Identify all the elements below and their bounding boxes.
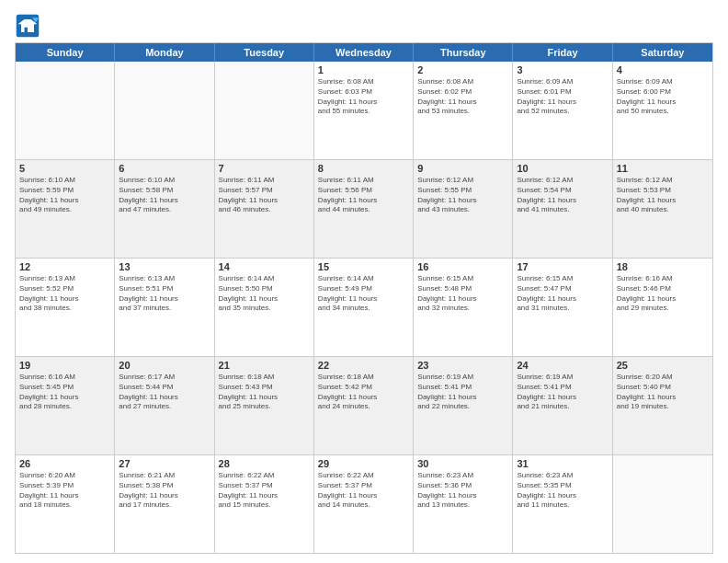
day-number: 9: [417, 163, 508, 174]
day-cell: 19Sunrise: 6:16 AM Sunset: 5:45 PM Dayli…: [16, 357, 115, 454]
day-number: 25: [617, 360, 709, 371]
calendar: SundayMondayTuesdayWednesdayThursdayFrid…: [15, 42, 713, 554]
day-info: Sunrise: 6:12 AM Sunset: 5:54 PM Dayligh…: [517, 176, 608, 215]
day-cell: 4Sunrise: 6:09 AM Sunset: 6:00 PM Daylig…: [613, 62, 712, 159]
page: SundayMondayTuesdayWednesdayThursdayFrid…: [0, 0, 728, 563]
day-info: Sunrise: 6:20 AM Sunset: 5:39 PM Dayligh…: [19, 471, 110, 511]
day-number: 23: [417, 360, 508, 371]
day-cell: 14Sunrise: 6:14 AM Sunset: 5:50 PM Dayli…: [215, 259, 314, 356]
day-cell: 28Sunrise: 6:22 AM Sunset: 5:37 PM Dayli…: [215, 455, 314, 553]
day-number: 14: [219, 261, 310, 272]
col-header-thursday: Thursday: [414, 43, 513, 62]
day-cell: [215, 62, 314, 159]
day-info: Sunrise: 6:13 AM Sunset: 5:52 PM Dayligh…: [19, 274, 110, 314]
day-info: Sunrise: 6:11 AM Sunset: 5:56 PM Dayligh…: [318, 176, 409, 215]
week-row-1: 1Sunrise: 6:08 AM Sunset: 6:03 PM Daylig…: [16, 62, 712, 160]
day-number: 4: [617, 64, 709, 75]
day-info: Sunrise: 6:12 AM Sunset: 5:53 PM Dayligh…: [617, 176, 709, 215]
day-number: 3: [517, 64, 608, 75]
day-cell: 11Sunrise: 6:12 AM Sunset: 5:53 PM Dayli…: [613, 160, 712, 258]
day-info: Sunrise: 6:12 AM Sunset: 5:55 PM Dayligh…: [417, 176, 508, 215]
day-number: 16: [417, 261, 508, 272]
day-cell: 12Sunrise: 6:13 AM Sunset: 5:52 PM Dayli…: [16, 259, 115, 356]
day-cell: 3Sunrise: 6:09 AM Sunset: 6:01 PM Daylig…: [513, 62, 612, 159]
day-info: Sunrise: 6:17 AM Sunset: 5:44 PM Dayligh…: [119, 373, 210, 412]
day-info: Sunrise: 6:19 AM Sunset: 5:41 PM Dayligh…: [417, 373, 508, 412]
day-cell: [16, 62, 115, 159]
day-number: 31: [517, 458, 608, 469]
day-number: 10: [517, 163, 608, 174]
col-header-monday: Monday: [115, 43, 214, 62]
day-cell: 26Sunrise: 6:20 AM Sunset: 5:39 PM Dayli…: [16, 455, 115, 553]
calendar-body: 1Sunrise: 6:08 AM Sunset: 6:03 PM Daylig…: [16, 62, 712, 553]
day-number: 15: [318, 261, 409, 272]
day-info: Sunrise: 6:19 AM Sunset: 5:41 PM Dayligh…: [517, 373, 608, 412]
day-number: 18: [617, 261, 709, 272]
day-cell: 31Sunrise: 6:23 AM Sunset: 5:35 PM Dayli…: [513, 455, 612, 553]
day-info: Sunrise: 6:22 AM Sunset: 5:37 PM Dayligh…: [219, 471, 310, 511]
day-number: 17: [517, 261, 608, 272]
day-cell: 30Sunrise: 6:23 AM Sunset: 5:36 PM Dayli…: [414, 455, 513, 553]
day-cell: 9Sunrise: 6:12 AM Sunset: 5:55 PM Daylig…: [414, 160, 513, 258]
day-cell: 2Sunrise: 6:08 AM Sunset: 6:02 PM Daylig…: [414, 62, 513, 159]
day-number: 22: [318, 360, 409, 371]
day-info: Sunrise: 6:15 AM Sunset: 5:48 PM Dayligh…: [417, 274, 508, 314]
day-cell: [613, 455, 712, 553]
day-info: Sunrise: 6:20 AM Sunset: 5:40 PM Dayligh…: [617, 373, 709, 412]
col-header-sunday: Sunday: [16, 43, 115, 62]
day-number: 26: [19, 458, 110, 469]
day-info: Sunrise: 6:08 AM Sunset: 6:02 PM Dayligh…: [417, 77, 508, 117]
day-number: 6: [119, 163, 210, 174]
day-cell: 10Sunrise: 6:12 AM Sunset: 5:54 PM Dayli…: [513, 160, 612, 258]
day-number: 11: [617, 163, 709, 174]
day-cell: 8Sunrise: 6:11 AM Sunset: 5:56 PM Daylig…: [314, 160, 414, 258]
week-row-3: 12Sunrise: 6:13 AM Sunset: 5:52 PM Dayli…: [16, 259, 712, 357]
day-number: 27: [119, 458, 210, 469]
day-info: Sunrise: 6:23 AM Sunset: 5:36 PM Dayligh…: [417, 471, 508, 511]
day-cell: 5Sunrise: 6:10 AM Sunset: 5:59 PM Daylig…: [16, 160, 115, 258]
day-number: 8: [318, 163, 409, 174]
day-cell: 24Sunrise: 6:19 AM Sunset: 5:41 PM Dayli…: [513, 357, 612, 454]
day-number: 13: [119, 261, 210, 272]
week-row-5: 26Sunrise: 6:20 AM Sunset: 5:39 PM Dayli…: [16, 455, 712, 553]
day-info: Sunrise: 6:15 AM Sunset: 5:47 PM Dayligh…: [517, 274, 608, 314]
day-cell: 17Sunrise: 6:15 AM Sunset: 5:47 PM Dayli…: [513, 259, 612, 356]
day-info: Sunrise: 6:23 AM Sunset: 5:35 PM Dayligh…: [517, 471, 608, 511]
day-cell: 20Sunrise: 6:17 AM Sunset: 5:44 PM Dayli…: [115, 357, 214, 454]
week-row-2: 5Sunrise: 6:10 AM Sunset: 5:59 PM Daylig…: [16, 160, 712, 259]
day-number: 5: [19, 163, 110, 174]
day-number: 19: [19, 360, 110, 371]
day-info: Sunrise: 6:08 AM Sunset: 6:03 PM Dayligh…: [318, 77, 409, 117]
day-number: 24: [517, 360, 608, 371]
top-header: [15, 13, 713, 39]
day-cell: 15Sunrise: 6:14 AM Sunset: 5:49 PM Dayli…: [314, 259, 414, 356]
day-cell: 22Sunrise: 6:18 AM Sunset: 5:42 PM Dayli…: [314, 357, 414, 454]
day-number: 12: [19, 261, 110, 272]
day-cell: 23Sunrise: 6:19 AM Sunset: 5:41 PM Dayli…: [414, 357, 513, 454]
day-info: Sunrise: 6:22 AM Sunset: 5:37 PM Dayligh…: [318, 471, 409, 511]
day-info: Sunrise: 6:18 AM Sunset: 5:42 PM Dayligh…: [318, 373, 409, 412]
logo-icon: [15, 13, 40, 39]
day-info: Sunrise: 6:14 AM Sunset: 5:49 PM Dayligh…: [318, 274, 409, 314]
day-number: 28: [219, 458, 310, 469]
day-number: 30: [417, 458, 508, 469]
day-number: 29: [318, 458, 409, 469]
day-info: Sunrise: 6:16 AM Sunset: 5:45 PM Dayligh…: [19, 373, 110, 412]
day-number: 21: [219, 360, 310, 371]
day-info: Sunrise: 6:10 AM Sunset: 5:59 PM Dayligh…: [19, 176, 110, 215]
day-number: 1: [318, 64, 409, 75]
day-cell: 25Sunrise: 6:20 AM Sunset: 5:40 PM Dayli…: [613, 357, 712, 454]
logo: [15, 13, 44, 39]
col-header-tuesday: Tuesday: [215, 43, 314, 62]
day-info: Sunrise: 6:16 AM Sunset: 5:46 PM Dayligh…: [617, 274, 709, 314]
day-cell: [115, 62, 214, 159]
day-info: Sunrise: 6:09 AM Sunset: 6:01 PM Dayligh…: [517, 77, 608, 117]
day-info: Sunrise: 6:21 AM Sunset: 5:38 PM Dayligh…: [119, 471, 210, 511]
day-cell: 7Sunrise: 6:11 AM Sunset: 5:57 PM Daylig…: [215, 160, 314, 258]
day-info: Sunrise: 6:10 AM Sunset: 5:58 PM Dayligh…: [119, 176, 210, 215]
col-header-saturday: Saturday: [613, 43, 712, 62]
week-row-4: 19Sunrise: 6:16 AM Sunset: 5:45 PM Dayli…: [16, 357, 712, 455]
column-headers: SundayMondayTuesdayWednesdayThursdayFrid…: [16, 43, 712, 62]
day-info: Sunrise: 6:14 AM Sunset: 5:50 PM Dayligh…: [219, 274, 310, 314]
day-cell: 1Sunrise: 6:08 AM Sunset: 6:03 PM Daylig…: [314, 62, 414, 159]
